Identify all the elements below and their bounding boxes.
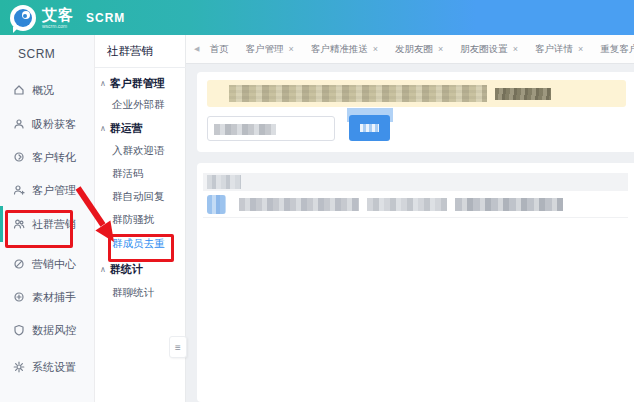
subnav-item-welcome-message[interactable]: 入群欢迎语	[112, 143, 165, 159]
subnav-item-anti-harassment[interactable]: 群防骚扰	[112, 212, 154, 228]
sidebar-item-customer-management[interactable]: 客户管理	[0, 177, 95, 203]
subnav-item-chat-statistics[interactable]: 群聊统计	[112, 285, 154, 301]
user-icon	[13, 118, 25, 130]
sidebar-item-label: 客户管理	[32, 183, 76, 198]
scrm-app-window: 艾客 wscrm.com SCRM SCRM 概况 吸粉获客 客户转化 客户管理…	[0, 0, 634, 402]
subnav-item-label: 群聊统计	[112, 286, 154, 300]
notice-banner	[207, 80, 626, 107]
sidebar-item-label: 客户转化	[32, 150, 76, 165]
tab-duplicate-customers[interactable]: 重复客户	[600, 43, 634, 56]
sidebar-item-overview[interactable]: 概况	[0, 77, 95, 103]
tab-label: 发朋友圈	[395, 43, 433, 56]
collapse-sidebar-handle[interactable]: ≡	[169, 336, 187, 358]
subnav-item-external-groups[interactable]: 企业外部群	[112, 97, 165, 113]
users-icon	[13, 218, 25, 230]
sidebar-item-data-risk-control[interactable]: 数据风控	[0, 317, 95, 343]
redacted-banner-text	[229, 85, 487, 102]
top-bar: 艾客 wscrm.com SCRM	[0, 0, 634, 35]
tab-label: 重复客户	[600, 43, 634, 56]
sidebar-item-system-settings[interactable]: 系统设置	[0, 354, 95, 380]
chevron-up-icon: ∧	[100, 124, 106, 133]
redacted-input-value	[214, 124, 276, 135]
sidebar-item-marketing-center[interactable]: 营销中心	[0, 251, 95, 277]
subnav-group-label: 群统计	[110, 262, 143, 277]
gear-icon	[13, 361, 25, 373]
filter-card	[197, 72, 634, 152]
close-icon[interactable]: ×	[288, 44, 293, 54]
sidebar-item-acquire-fans[interactable]: 吸粉获客	[0, 111, 95, 137]
collapse-sidebar-icon: ≡	[175, 342, 181, 353]
material-icon	[13, 291, 25, 303]
brand-label: SCRM	[86, 11, 125, 25]
main-area: ◀ 首页 客户管理 × 客户精准推送 × 发朋友圈 × 朋友圈设置 × 客户详情	[186, 35, 634, 402]
subnav-title: 社群营销	[95, 35, 186, 68]
row-avatar	[207, 195, 226, 214]
tab-bar: ◀ 首页 客户管理 × 客户精准推送 × 发朋友圈 × 朋友圈设置 × 客户详情	[186, 35, 634, 64]
tabs-back-icon[interactable]: ◀	[194, 45, 199, 53]
sidebar-item-material-catcher[interactable]: 素材捕手	[0, 284, 95, 310]
subnav-group-label: 群运营	[110, 121, 143, 136]
marketing-icon	[13, 258, 25, 270]
chevron-up-icon: ∧	[100, 265, 106, 274]
subnav-item-auto-reply[interactable]: 群自动回复	[112, 189, 165, 205]
sidebar-title: SCRM	[18, 47, 55, 61]
chevron-up-icon: ∧	[100, 79, 106, 88]
tab-customer-detail[interactable]: 客户详情 ×	[535, 43, 583, 56]
tab-moments-settings[interactable]: 朋友圈设置 ×	[460, 43, 518, 56]
logo-domain-label: wscrm.com	[42, 24, 74, 29]
subnav-group-group-statistics[interactable]: ∧ 群统计	[100, 261, 143, 277]
tab-label: 朋友圈设置	[460, 43, 508, 56]
logo-text: 艾客 wscrm.com	[42, 7, 74, 29]
redacted-cell-text	[367, 198, 447, 211]
tab-label: 客户管理	[245, 43, 283, 56]
dedup-query-button[interactable]	[349, 115, 390, 141]
subnav-item-label: 企业外部群	[112, 98, 165, 112]
subnav-item-label: 群自动回复	[112, 190, 165, 204]
close-icon[interactable]: ×	[513, 44, 518, 54]
subnav-group-label: 客户群管理	[110, 76, 165, 91]
subnav-item-label: 入群欢迎语	[112, 144, 165, 158]
subnav-item-group-live-code[interactable]: 群活码	[112, 166, 144, 182]
redacted-cell-text	[455, 198, 563, 211]
subnav-item-label: 群防骚扰	[112, 213, 154, 227]
sidebar-item-label: 素材捕手	[32, 290, 76, 305]
tab-label: 客户精准推送	[311, 43, 368, 56]
redacted-column-header	[207, 175, 241, 189]
group-select-input[interactable]	[207, 116, 335, 141]
tab-home[interactable]: 首页	[209, 43, 228, 56]
sidebar-item-community-marketing[interactable]: 社群营销	[0, 211, 95, 237]
tab-label: 首页	[209, 43, 228, 56]
shield-icon	[13, 324, 25, 336]
subnav-group-customer-groups[interactable]: ∧ 客户群管理	[100, 75, 165, 91]
redacted-button-label	[360, 124, 379, 132]
tab-post-moments[interactable]: 发朋友圈 ×	[395, 43, 443, 56]
primary-sidebar: SCRM 概况 吸粉获客 客户转化 客户管理 社群营销 营销中心 素材捕	[0, 35, 95, 402]
close-icon[interactable]: ×	[578, 44, 583, 54]
home-icon	[13, 84, 25, 96]
tab-label: 客户详情	[535, 43, 573, 56]
tab-precise-push[interactable]: 客户精准推送 ×	[311, 43, 378, 56]
subnav-item-label: 群活码	[112, 167, 144, 181]
sidebar-item-label: 社群营销	[32, 217, 76, 232]
close-icon[interactable]: ×	[438, 44, 443, 54]
sidebar-item-label: 营销中心	[32, 257, 76, 272]
logo-cn-label: 艾客	[42, 7, 74, 22]
secondary-sidebar: 社群营销 ∧ 客户群管理 企业外部群 ∧ 群运营 入群欢迎语 群活码 群自动回复…	[95, 35, 186, 402]
redacted-cell-text	[239, 198, 359, 211]
sidebar-item-label: 概况	[32, 83, 54, 98]
sidebar-item-label: 数据风控	[32, 323, 76, 338]
table-header-row	[203, 173, 628, 191]
active-indicator-bar	[0, 206, 3, 242]
subnav-group-group-operations[interactable]: ∧ 群运营	[100, 120, 143, 136]
sidebar-item-customer-conversion[interactable]: 客户转化	[0, 144, 95, 170]
convert-icon	[13, 151, 25, 163]
tab-customer-management[interactable]: 客户管理 ×	[245, 43, 293, 56]
app-logo[interactable]: 艾客 wscrm.com	[10, 5, 74, 31]
redacted-banner-note	[495, 88, 551, 100]
results-card	[197, 163, 634, 402]
subnav-item-label: 群成员去重	[112, 237, 165, 251]
table-row[interactable]	[203, 194, 628, 218]
subnav-item-member-dedup[interactable]: 群成员去重	[112, 236, 165, 252]
close-icon[interactable]: ×	[373, 44, 378, 54]
sidebar-item-label: 系统设置	[32, 360, 76, 375]
